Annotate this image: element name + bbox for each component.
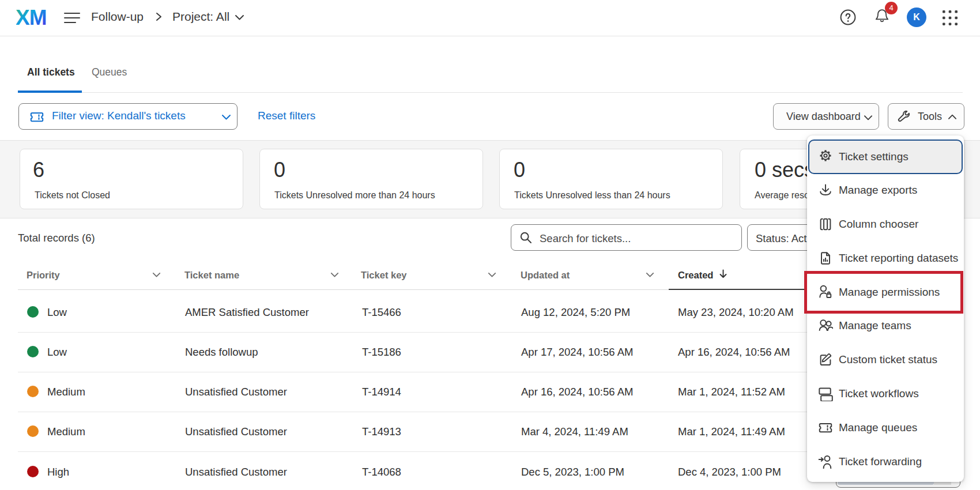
- svg-text:XM: XM: [16, 6, 47, 29]
